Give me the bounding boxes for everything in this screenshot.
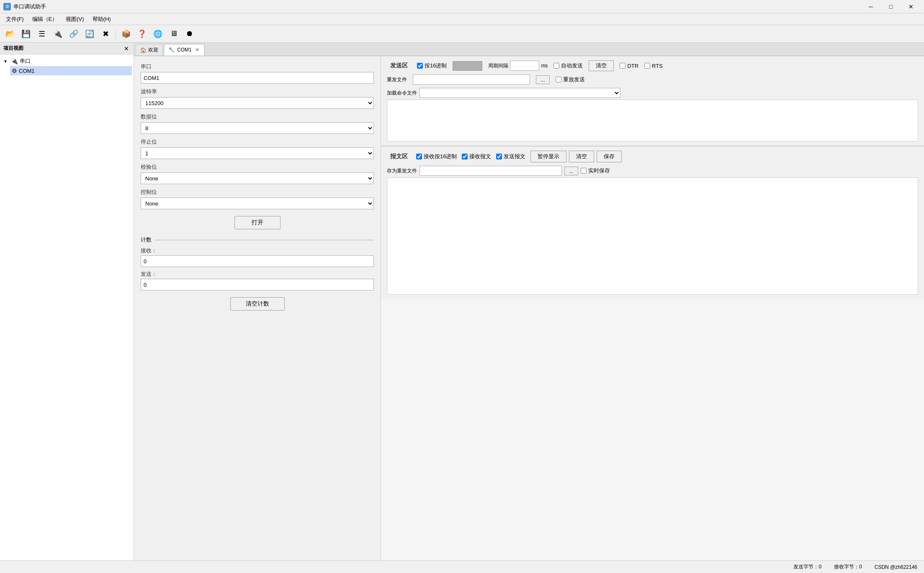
load-cmd-select[interactable] (420, 88, 620, 98)
count-title: 计数 (141, 236, 374, 244)
serial-group-icon: 🔌 (11, 58, 18, 64)
baud-select[interactable]: 115200 9600 19200 38400 57600 230400 (141, 97, 374, 109)
save-file-input[interactable] (420, 166, 562, 176)
tb-globe-button[interactable]: 🌐 (150, 27, 165, 41)
recv-msg-label: 接收报文 (469, 153, 491, 160)
hex-recv-label: 接收按16进制 (424, 153, 457, 160)
tree-item-serial[interactable]: ▼ 🔌 串口 (2, 56, 132, 66)
menu-bar: 文件(F) 编辑（E） 视图(V) 帮助(H) (0, 13, 924, 25)
menu-file[interactable]: 文件(F) (2, 14, 28, 25)
tree-area: ▼ 🔌 串口 ⚙ COM1 (0, 54, 134, 560)
tb-close-button[interactable]: ✖ (98, 27, 113, 41)
tree-item-com1[interactable]: ⚙ COM1 (10, 66, 132, 75)
period-group: 周期间隔 ms (488, 61, 548, 71)
resend-checkbox[interactable] (556, 77, 561, 82)
right-area: 🏠 欢迎 🔧 COM1 ✕ 串口 波特率 115200 (134, 43, 924, 560)
port-input[interactable] (141, 72, 374, 84)
menu-view[interactable]: 视图(V) (62, 14, 88, 25)
menu-help[interactable]: 帮助(H) (88, 14, 115, 25)
tab-com1-close-button[interactable]: ✕ (194, 47, 200, 53)
main-area: 项目视图 ✕ ▼ 🔌 串口 ⚙ COM1 🏠 欢迎 (0, 43, 924, 560)
tree-children: ⚙ COM1 (2, 66, 132, 75)
tb-record-button[interactable]: ⏺ (182, 27, 197, 41)
send-msg-label: 发送报文 (504, 153, 525, 160)
dtr-checkbox[interactable] (620, 63, 625, 69)
clear-count-button[interactable]: 清空计数 (230, 297, 285, 311)
save-file-dots-button[interactable]: ... (564, 167, 578, 175)
tb-save-button[interactable]: 💾 (18, 27, 33, 41)
com1-tab-icon: 🔧 (168, 47, 175, 53)
title-bar-left: ⚙ 串口调试助手 (3, 3, 46, 10)
hex-recv-checkbox[interactable] (416, 154, 422, 159)
stopbits-field-group: 停止位 1 1.5 2 (141, 138, 374, 159)
hex-send-group: 按16进制 (417, 62, 447, 69)
app-icon: ⚙ (3, 3, 11, 10)
baud-field-group: 波特率 115200 9600 19200 38400 57600 230400 (141, 88, 374, 109)
tb-list-button[interactable]: ☰ (34, 27, 49, 41)
tb-link-button[interactable]: 🔗 (66, 27, 81, 41)
recv-zone: 报文区 接收按16进制 接收报文 发送报文 (381, 146, 924, 299)
tb-help-button[interactable]: ❓ (134, 27, 149, 41)
databits-label: 数据位 (141, 113, 374, 121)
recv-text-area[interactable] (387, 177, 918, 295)
tb-refresh-button[interactable]: 🔄 (82, 27, 97, 41)
port-label: 串口 (141, 63, 374, 70)
period-label: 周期间隔 (488, 62, 508, 69)
clear-send-button[interactable]: 清空 (589, 60, 614, 71)
csdn-label: CSDN @zh622146 (875, 564, 917, 570)
tree-toggle-icon: ▼ (3, 59, 9, 64)
pause-display-button[interactable]: 暂停显示 (530, 151, 566, 162)
auto-send-checkbox[interactable] (553, 63, 559, 69)
period-input[interactable] (510, 61, 539, 71)
com1-tab-label: COM1 (177, 47, 192, 53)
tb-screen-button[interactable]: 🖥 (166, 27, 181, 41)
serial-group-label: 串口 (20, 57, 31, 65)
tab-com1[interactable]: 🔧 COM1 ✕ (164, 44, 205, 56)
dtr-label: DTR (627, 63, 638, 69)
stopbits-select[interactable]: 1 1.5 2 (141, 147, 374, 159)
parity-select[interactable]: None Odd Even Mark Space (141, 172, 374, 184)
resend-check-group: 重放发送 (556, 76, 585, 83)
close-button[interactable]: ✕ (901, 0, 921, 13)
toolbar: 📂 💾 ☰ 🔌 🔗 🔄 ✖ 📦 ❓ 🌐 🖥 ⏺ (0, 25, 924, 43)
status-bar: 发送字节：0 接收字节：0 CSDN @zh622146 (0, 560, 924, 573)
realtime-save-checkbox[interactable] (581, 168, 587, 174)
send-count-input[interactable] (141, 279, 374, 290)
send-button[interactable] (453, 61, 482, 71)
tb-plugin-button[interactable]: 🔌 (50, 27, 65, 41)
hex-send-label: 按16进制 (425, 62, 447, 69)
recv-count-item: 接收： (141, 247, 374, 267)
rts-checkbox[interactable] (644, 63, 650, 69)
maximize-button[interactable]: □ (881, 0, 901, 13)
rts-label: RTS (652, 63, 663, 69)
databits-field-group: 数据位 8 7 6 5 (141, 113, 374, 134)
recv-count-input[interactable] (141, 255, 374, 267)
recv-msg-checkbox[interactable] (462, 154, 468, 159)
port-field-group: 串口 (141, 63, 374, 84)
window-title: 串口调试助手 (13, 3, 46, 10)
hex-send-checkbox[interactable] (417, 63, 423, 69)
home-icon: 🏠 (140, 47, 147, 53)
parity-label: 校验位 (141, 163, 374, 171)
tb-docs-button[interactable]: 📦 (118, 27, 134, 41)
left-panel-close-button[interactable]: ✕ (123, 45, 130, 52)
baud-label: 波特率 (141, 88, 374, 95)
flow-select[interactable]: None Hardware Software (141, 198, 374, 209)
menu-edit[interactable]: 编辑（E） (28, 14, 62, 25)
tb-open-button[interactable]: 📂 (3, 27, 18, 41)
title-controls: ─ □ ✕ (861, 0, 921, 13)
resend-file-label: 重发文件 (387, 76, 407, 83)
databits-select[interactable]: 8 7 6 5 (141, 122, 374, 134)
send-msg-checkbox[interactable] (496, 154, 502, 159)
resend-file-input[interactable] (413, 75, 530, 85)
send-text-area[interactable] (387, 100, 918, 141)
minimize-button[interactable]: ─ (861, 0, 880, 13)
save-recv-button[interactable]: 保存 (597, 151, 622, 162)
save-recv-row: 存为重发文件 ... 实时保存 (387, 166, 918, 176)
resend-file-dots-button[interactable]: ... (536, 75, 550, 84)
load-cmd-label: 加载命令文件 (387, 90, 417, 97)
tab-home[interactable]: 🏠 欢迎 (136, 44, 163, 56)
open-port-button[interactable]: 打开 (234, 216, 281, 229)
clear-recv-button[interactable]: 清空 (569, 151, 594, 162)
realtime-save-group: 实时保存 (581, 167, 610, 175)
